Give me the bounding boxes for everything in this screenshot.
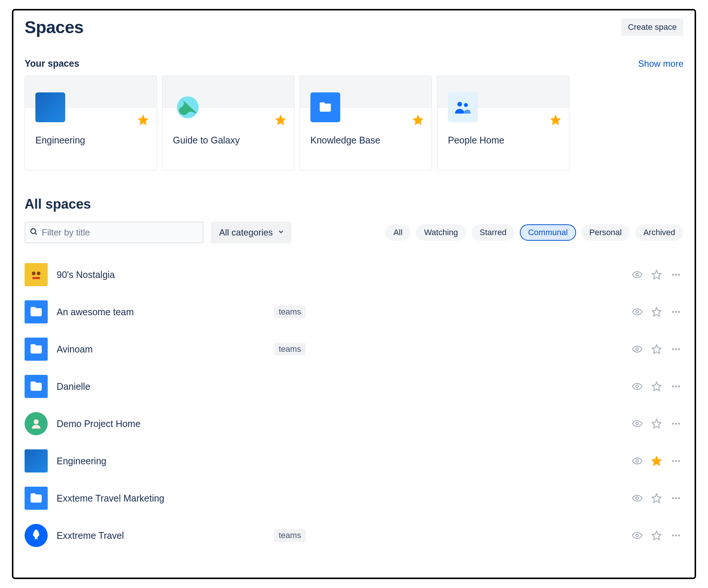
more-icon[interactable] xyxy=(671,530,681,541)
star-icon[interactable] xyxy=(651,530,662,541)
more-icon[interactable] xyxy=(671,307,681,317)
svg-point-32 xyxy=(678,385,680,387)
star-icon[interactable] xyxy=(275,115,286,127)
your-spaces-grid: Engineering Guide to Galaxy Knowledge Ba… xyxy=(25,76,683,170)
more-icon[interactable] xyxy=(671,344,681,354)
space-tag[interactable]: teams xyxy=(274,529,306,542)
category-select[interactable]: All categories xyxy=(211,222,291,243)
watch-icon[interactable] xyxy=(632,418,642,429)
filter-tab-starred[interactable]: Starred xyxy=(471,224,515,241)
filter-tab-all[interactable]: All xyxy=(385,224,411,241)
svg-point-44 xyxy=(678,460,680,462)
star-icon[interactable] xyxy=(413,115,423,127)
svg-marker-41 xyxy=(652,456,661,465)
row-actions xyxy=(632,418,681,429)
svg-point-27 xyxy=(678,348,680,350)
svg-point-37 xyxy=(672,423,674,424)
filter-tab-personal[interactable]: Personal xyxy=(581,224,630,241)
space-name: Exxteme Travel Marketing xyxy=(57,493,265,504)
star-icon[interactable] xyxy=(651,493,662,503)
svg-point-34 xyxy=(34,419,38,424)
watch-icon[interactable] xyxy=(632,493,642,503)
more-icon[interactable] xyxy=(671,381,681,392)
space-name: Demo Project Home xyxy=(57,418,265,429)
row-actions xyxy=(632,381,681,392)
more-icon[interactable] xyxy=(671,456,681,466)
svg-point-35 xyxy=(636,423,639,425)
star-icon[interactable] xyxy=(651,418,662,429)
watch-icon[interactable] xyxy=(632,456,642,466)
filter-tab-communal[interactable]: Communal xyxy=(520,224,576,241)
svg-point-20 xyxy=(672,311,674,313)
space-link[interactable]: Exxteme Travel Marketing xyxy=(57,493,164,503)
star-icon[interactable] xyxy=(651,456,662,466)
filter-title-input[interactable] xyxy=(42,222,203,243)
all-spaces-heading: All spaces xyxy=(25,196,683,212)
star-icon[interactable] xyxy=(138,115,148,127)
space-row: Avinoam teams xyxy=(25,331,683,368)
more-icon[interactable] xyxy=(671,418,681,429)
svg-marker-46 xyxy=(652,494,661,502)
star-icon[interactable] xyxy=(651,344,662,354)
space-row: 90's Nostalgia xyxy=(25,256,683,293)
more-icon[interactable] xyxy=(671,269,681,280)
star-icon[interactable] xyxy=(651,381,662,392)
more-icon[interactable] xyxy=(671,493,681,503)
svg-point-5 xyxy=(464,103,468,107)
svg-point-40 xyxy=(636,460,639,462)
svg-marker-51 xyxy=(652,531,661,540)
space-link[interactable]: Demo Project Home xyxy=(57,418,140,429)
space-name: Avinoam xyxy=(57,344,265,355)
space-link[interactable]: 90's Nostalgia xyxy=(57,269,115,280)
star-icon[interactable] xyxy=(651,307,662,317)
svg-marker-36 xyxy=(652,419,661,428)
your-spaces-header: Your spaces Show more xyxy=(25,58,683,69)
watch-icon[interactable] xyxy=(632,344,642,354)
row-actions xyxy=(632,530,681,541)
space-row: Exxteme Travel Marketing xyxy=(25,480,683,517)
svg-point-23 xyxy=(636,348,639,351)
filter-input-wrap[interactable] xyxy=(25,222,203,243)
row-actions xyxy=(632,456,681,466)
svg-marker-2 xyxy=(276,116,285,124)
star-icon[interactable] xyxy=(651,269,662,280)
space-link[interactable]: Engineering xyxy=(57,456,106,466)
space-card[interactable]: Guide to Galaxy xyxy=(162,76,294,170)
your-spaces-heading: Your spaces xyxy=(25,58,79,69)
show-more-link[interactable]: Show more xyxy=(638,59,683,69)
watch-icon[interactable] xyxy=(632,530,642,541)
space-icon xyxy=(25,338,48,361)
space-card[interactable]: Engineering xyxy=(25,76,157,170)
watch-icon[interactable] xyxy=(632,307,642,317)
svg-line-8 xyxy=(35,233,37,235)
space-tag[interactable]: teams xyxy=(274,306,306,318)
space-card[interactable]: Knowledge Base xyxy=(300,76,432,170)
svg-marker-24 xyxy=(652,345,661,353)
space-link[interactable]: An awesome team xyxy=(57,307,134,317)
space-icon xyxy=(25,300,48,323)
watch-icon[interactable] xyxy=(632,269,642,280)
svg-marker-3 xyxy=(414,116,422,124)
filter-tab-watching[interactable]: Watching xyxy=(416,224,466,241)
space-filter-tabs: AllWatchingStarredCommunalPersonalArchiv… xyxy=(385,224,683,241)
svg-point-11 xyxy=(37,272,41,275)
space-link[interactable]: Avinoam xyxy=(57,344,93,354)
space-icon xyxy=(25,487,48,510)
space-link[interactable]: Danielle xyxy=(57,381,90,392)
svg-point-17 xyxy=(678,274,680,275)
space-tag[interactable]: teams xyxy=(274,343,306,355)
star-icon[interactable] xyxy=(550,115,561,127)
svg-point-38 xyxy=(675,423,677,424)
svg-point-25 xyxy=(672,348,674,350)
space-link[interactable]: Exxtreme Travel xyxy=(57,530,124,541)
create-space-button[interactable]: Create space xyxy=(621,19,683,36)
space-row: Engineering xyxy=(25,442,683,480)
svg-point-30 xyxy=(672,385,674,387)
filter-tab-archived[interactable]: Archived xyxy=(635,224,683,241)
category-select-label: All categories xyxy=(219,227,273,238)
space-name: An awesome team xyxy=(57,307,265,317)
space-card[interactable]: People Home xyxy=(437,76,569,170)
space-name: Engineering xyxy=(57,456,265,467)
page-title: Spaces xyxy=(25,17,83,37)
watch-icon[interactable] xyxy=(632,381,642,392)
